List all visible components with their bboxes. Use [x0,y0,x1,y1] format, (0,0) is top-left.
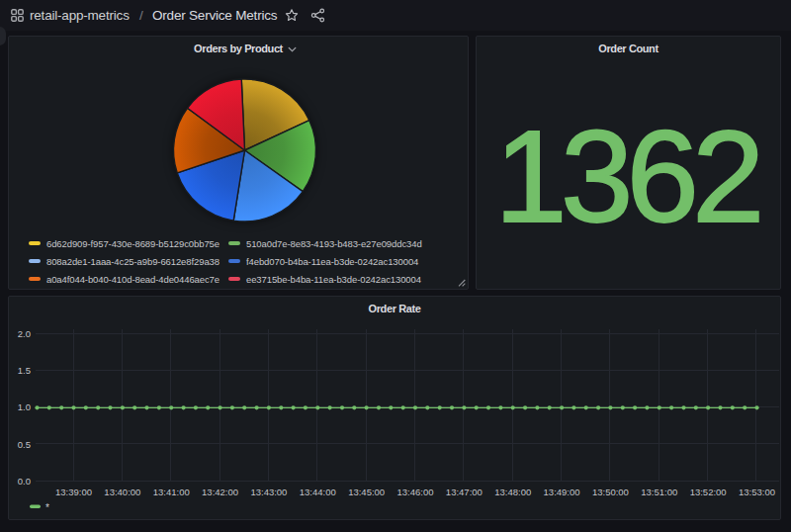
legend-swatch [29,259,41,263]
data-point [279,405,283,409]
data-point [96,405,100,409]
data-point [59,405,63,409]
x-tick-label: 13:45:00 [348,487,385,497]
data-point [144,405,148,409]
data-point [84,405,88,409]
x-tick-label: 13:48:00 [494,487,531,497]
data-point [633,405,637,409]
data-point [206,405,210,409]
data-point [47,405,51,409]
data-point [328,405,332,409]
dashboards-grid-icon[interactable] [11,9,24,22]
collapsed-menu-tab[interactable] [0,27,6,45]
pie-legend-item[interactable]: 6d62d909-f957-430e-8689-b5129c0bb75e [29,237,220,249]
legend-label: 510a0d7e-8e83-4193-b483-e27e09ddc34d [246,238,422,249]
data-point [401,405,405,409]
data-point [548,405,552,409]
breadcrumb-dashboard-title: Order Service Metrics [152,0,277,31]
x-tick-label: 13:44:00 [300,487,336,497]
stat-value: 1362 [494,112,761,242]
data-point [450,405,454,409]
legend-label: a0a4f044-b040-410d-8ead-4de0446aec7e [46,274,220,285]
pie-legend-item[interactable]: 808a2de1-1aaa-4c25-a9b9-6612e8f29a38 [29,255,220,267]
data-point [340,405,344,409]
x-tick-label: 13:52:00 [690,487,727,497]
stat-panel-title[interactable]: Order Count [598,43,658,54]
x-tick-label: 13:43:00 [250,487,287,497]
grid-lines [36,329,779,482]
pie-legend-item[interactable]: 510a0d7e-8e83-4193-b483-e27e09ddc34d [228,237,422,249]
data-point [645,405,649,409]
data-point [35,405,39,409]
data-point [535,405,539,409]
y-tick-label: 1.5 [18,365,31,376]
data-point [425,405,429,409]
timeseries-chart[interactable]: 0.00.51.01.52.013:39:0013:40:0013:41:001… [9,297,780,519]
data-point [596,405,600,409]
pie-legend-item[interactable]: f4ebd070-b4ba-11ea-b3de-0242ac130004 [228,255,418,267]
y-tick-label: 2.0 [18,328,31,339]
data-point [511,405,515,409]
legend-swatch [29,241,41,245]
pie-legend-item[interactable]: a0a4f044-b040-410d-8ead-4de0446aec7e [29,273,220,285]
data-point [523,405,527,409]
legend-label: ee3715be-b4ba-11ea-b3de-0242ac130004 [246,274,421,285]
data-point [754,405,758,409]
top-bar: retail-app-metrics / Order Service Metri… [0,0,791,31]
breadcrumb-folder[interactable]: retail-app-metrics [30,0,130,31]
legend-label: f4ebd070-b4ba-11ea-b3de-0242ac130004 [246,256,418,267]
x-tick-label: 13:46:00 [397,487,434,497]
stat-panel-header[interactable]: Order Count [477,37,780,59]
data-point [658,405,661,409]
data-point [706,405,710,409]
data-point [438,405,442,409]
x-tick-label: 13:41:00 [153,487,190,497]
pie-chart [9,37,468,289]
data-point [304,405,308,409]
data-point [157,405,161,409]
axis-tick-labels: 0.00.51.01.52.013:39:0013:40:0013:41:001… [18,328,775,496]
x-tick-label: 13:49:00 [544,487,580,497]
data-point [182,405,186,409]
y-tick-label: 1.0 [18,401,31,412]
panel-resize-handle-icon[interactable] [458,279,466,287]
data-point [121,405,125,409]
data-point [230,405,234,409]
data-point [462,405,466,409]
legend-swatch [228,241,240,245]
legend-label: 808a2de1-1aaa-4c25-a9b9-6612e8f29a38 [46,256,220,267]
data-point [377,405,381,409]
timeseries-legend-label[interactable]: * [45,502,49,513]
x-tick-label: 13:39:00 [55,487,92,497]
legend-label: 6d62d909-f957-430e-8689-b5129c0bb75e [46,238,220,249]
pie-legend-item[interactable]: ee3715be-b4ba-11ea-b3de-0242ac130004 [228,273,421,285]
pie-slices [174,79,316,222]
timeseries-legend-swatch[interactable] [30,505,41,509]
data-point [71,405,75,409]
data-point [315,405,319,409]
data-point [132,405,136,409]
panel-order-rate: Order Rate 0.00.51.01.52.013:39:0013:40:… [8,296,781,520]
data-point [389,405,393,409]
share-icon[interactable] [310,8,325,23]
x-tick-label: 13:53:00 [739,487,775,497]
legend-swatch [228,259,240,263]
data-point [560,405,564,409]
y-tick-label: 0.0 [18,476,31,487]
data-point [108,405,112,409]
panel-order-count: Order Count 1362 [476,36,781,290]
y-tick-label: 0.5 [18,439,31,450]
data-point [608,405,612,409]
data-point [743,405,747,409]
data-point [242,405,246,409]
data-point [486,405,490,409]
data-point [365,405,369,409]
x-tick-label: 13:42:00 [202,487,238,497]
legend-swatch [29,277,41,281]
star-icon[interactable] [285,8,299,23]
data-point [669,405,673,409]
data-point [681,405,685,409]
x-tick-label: 13:51:00 [641,487,677,497]
x-tick-label: 13:40:00 [104,487,140,497]
data-point [255,405,259,409]
